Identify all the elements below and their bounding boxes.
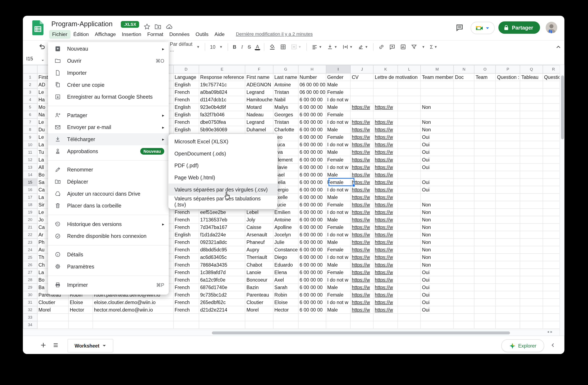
cell-D27[interactable]: French [173, 269, 199, 276]
cell-M34[interactable] [421, 321, 454, 329]
cell-K16[interactable]: https://w [373, 186, 398, 194]
cell-D24[interactable]: French [173, 246, 199, 253]
cell-J28[interactable]: https://w [351, 276, 374, 284]
cell-J29[interactable]: https://w [351, 284, 374, 291]
cell-J34[interactable] [351, 321, 374, 329]
row-header-13[interactable]: 13 [23, 163, 37, 171]
cell-F28[interactable]: Boncoeur [245, 276, 273, 284]
cell-M9[interactable]: Oui [421, 133, 454, 141]
cell-N7[interactable] [454, 118, 474, 126]
cell-F32[interactable]: Morel [245, 306, 273, 314]
cell-L15[interactable] [398, 179, 421, 186]
row-header-4[interactable]: 4 [23, 96, 37, 103]
cell-J1[interactable]: CV [351, 73, 374, 81]
cell-C31[interactable]: eloise.cloutier.demo@wiin.io [93, 299, 173, 306]
cell-P9[interactable] [496, 133, 520, 141]
cell-K5[interactable]: https://w [373, 103, 398, 111]
document-title[interactable]: Program-Application [51, 20, 112, 28]
cell-Q21[interactable] [520, 224, 543, 231]
cell-J7[interactable]: https://w [351, 118, 374, 126]
file-menu-item-ouvrir[interactable]: Ouvrir⌘O [48, 55, 169, 67]
cell-L28[interactable] [398, 276, 421, 284]
cell-J4[interactable] [351, 96, 374, 103]
cell-N5[interactable] [454, 103, 474, 111]
cell-L13[interactable] [398, 163, 421, 171]
cell-D32[interactable]: French [173, 306, 199, 314]
submenu-item-page-web-html-[interactable]: Page Web (.html) [168, 171, 278, 183]
cell-I30[interactable]: Female [326, 291, 350, 299]
submenu-item-opendocument-ods-[interactable]: OpenDocument (.ods) [168, 148, 278, 160]
file-menu-item-ajouter-un-raccourci-dans-drive[interactable]: Ajouter un raccourci dans Drive [48, 188, 169, 200]
column-header-L[interactable]: L [398, 65, 421, 73]
cell-E23[interactable]: 092321a8dc [199, 238, 245, 246]
cell-J33[interactable] [351, 314, 374, 321]
cell-N18[interactable] [454, 201, 474, 208]
file-menu-item-partager[interactable]: Partager▸ [48, 109, 169, 121]
cell-J17[interactable]: https://w [351, 194, 374, 201]
cell-F22[interactable]: Arsenault [245, 231, 273, 238]
row-header-12[interactable]: 12 [23, 156, 37, 163]
cell-M15[interactable]: Oui [421, 179, 454, 186]
cell-D29[interactable]: French [173, 284, 199, 291]
cell-O5[interactable] [474, 103, 496, 111]
cell-L31[interactable] [398, 299, 421, 306]
cell-Q3[interactable] [520, 89, 543, 96]
row-header-1[interactable]: 1 [23, 73, 37, 81]
column-header-O[interactable]: O [474, 65, 496, 73]
fill-color-button[interactable] [268, 43, 276, 51]
text-color-button[interactable]: A [255, 44, 260, 50]
cell-N20[interactable] [454, 216, 474, 224]
cell-O10[interactable] [474, 141, 496, 148]
cell-F34[interactable] [245, 321, 273, 329]
cell-M23[interactable]: Non [421, 238, 454, 246]
cell-Q12[interactable] [520, 156, 543, 163]
cell-P28[interactable] [496, 276, 520, 284]
column-header-D[interactable]: D [173, 65, 199, 73]
cell-F24[interactable]: Aupry [245, 246, 273, 253]
cell-Q5[interactable] [520, 103, 543, 111]
row-header-31[interactable]: 31 [23, 299, 37, 306]
cell-P10[interactable] [496, 141, 520, 148]
cell-P15[interactable] [496, 179, 520, 186]
create-filter-button[interactable] [410, 43, 418, 51]
cell-P2[interactable] [496, 81, 520, 89]
cell-D26[interactable]: French [173, 261, 199, 269]
row-header-6[interactable]: 6 [23, 111, 37, 118]
cell-I23[interactable]: Male [326, 238, 350, 246]
cell-P26[interactable] [496, 261, 520, 269]
column-header-F[interactable]: F [245, 65, 273, 73]
cell-H10[interactable]: 6 00 00 00 [298, 141, 326, 148]
font-name-selector[interactable]: Par défaut ...▼ [169, 41, 201, 53]
cell-E30[interactable]: 9c735bc1d2 [199, 291, 245, 299]
row-header-9[interactable]: 9 [23, 133, 37, 141]
sheet-tab-worksheet[interactable]: Worksheet [68, 339, 113, 353]
cell-H28[interactable]: 6 00 00 00 [298, 276, 326, 284]
cell-M26[interactable]: Non [421, 261, 454, 269]
cell-L12[interactable] [398, 156, 421, 163]
cell-I10[interactable]: I do not w [326, 141, 350, 148]
cell-H30[interactable]: 6 00 00 00 [298, 291, 326, 299]
cell-K8[interactable]: https://w [373, 126, 398, 133]
cell-G4[interactable]: Nabil [273, 96, 298, 103]
cell-E21[interactable]: 7d347ba167 [199, 224, 245, 231]
cell-H34[interactable] [298, 321, 326, 329]
cell-O25[interactable] [474, 253, 496, 261]
cell-G28[interactable]: Axel [273, 276, 298, 284]
cell-G32[interactable]: Hector [273, 306, 298, 314]
cell-E20[interactable]: 17136537eb [199, 216, 245, 224]
cell-F6[interactable]: Nadeau [245, 111, 273, 118]
cell-C34[interactable] [93, 321, 173, 329]
cell-Q32[interactable] [520, 306, 543, 314]
cell-L10[interactable] [398, 141, 421, 148]
cell-I17[interactable]: Male [326, 194, 350, 201]
cell-K23[interactable]: https://w [373, 238, 398, 246]
row-header-21[interactable]: 21 [23, 224, 37, 231]
sheets-logo-icon[interactable] [32, 20, 43, 35]
cell-N25[interactable] [454, 253, 474, 261]
cell-M32[interactable]: Oui [421, 306, 454, 314]
cell-M1[interactable]: Team member [421, 73, 454, 81]
cell-L3[interactable] [398, 89, 421, 96]
cell-Q9[interactable] [520, 133, 543, 141]
cell-N13[interactable] [454, 163, 474, 171]
row-header-26[interactable]: 26 [23, 261, 37, 269]
